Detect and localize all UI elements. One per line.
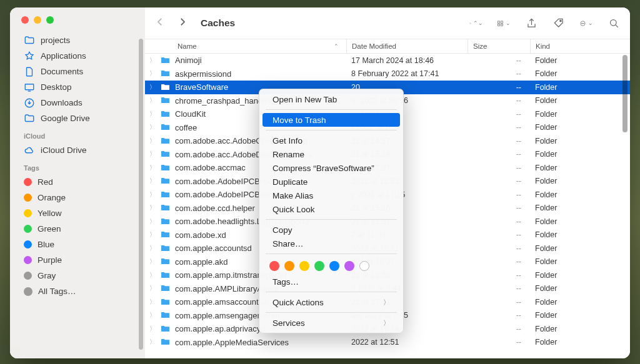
close-button[interactable] — [21, 16, 29, 24]
tag-orange-button[interactable] — [284, 261, 294, 271]
sidebar-tag-orange[interactable]: Orange — [10, 190, 145, 205]
sidebar-tag-gray[interactable]: Gray — [10, 268, 145, 283]
group-by-button[interactable]: ⌄ — [497, 17, 511, 29]
disclosure-triangle-icon[interactable]: 〉 — [145, 150, 160, 159]
disclosure-triangle-icon[interactable]: 〉 — [145, 123, 160, 132]
ctx-compress[interactable]: Compress “BraveSoftware” — [262, 161, 400, 175]
share-button[interactable] — [524, 17, 538, 29]
tag-green-button[interactable] — [314, 261, 324, 271]
app-icon — [24, 51, 35, 62]
list-scrollbar[interactable] — [622, 55, 628, 132]
disclosure-triangle-icon[interactable]: 〉 — [145, 204, 160, 212]
file-row[interactable]: 〉askpermissiond8 February 2022 at 17:41-… — [145, 67, 630, 81]
sidebar-item-applications[interactable]: Applications — [10, 48, 145, 64]
ctx-services[interactable]: Services〉 — [262, 316, 400, 330]
ctx-share[interactable]: Share… — [262, 237, 400, 250]
fullscreen-button[interactable] — [46, 16, 54, 24]
search-button[interactable] — [607, 17, 621, 29]
disclosure-triangle-icon[interactable]: 〉 — [145, 190, 160, 199]
disclosure-triangle-icon[interactable]: 〉 — [145, 325, 160, 333]
folder-icon — [160, 190, 171, 199]
ctx-copy[interactable]: Copy — [262, 223, 400, 237]
disclosure-triangle-icon[interactable]: 〉 — [145, 284, 160, 293]
disclosure-triangle-icon[interactable]: 〉 — [145, 69, 160, 78]
more-button[interactable]: ⌄ — [579, 17, 593, 29]
disclosure-triangle-icon[interactable]: 〉 — [145, 298, 160, 307]
disclosure-triangle-icon[interactable]: 〉 — [145, 56, 160, 65]
separator — [266, 219, 397, 220]
row-name-text: com.adobe.ccd.helper — [175, 204, 255, 213]
disclosure-triangle-icon[interactable]: 〉 — [145, 177, 160, 185]
sidebar-tag-blue[interactable]: Blue — [10, 237, 145, 252]
ctx-tag-color-row — [259, 257, 403, 275]
disclosure-triangle-icon[interactable]: 〉 — [145, 217, 160, 226]
tag-dot-icon — [24, 272, 32, 280]
ctx-quick-look[interactable]: Quick Look — [262, 202, 400, 216]
sidebar-item-documents[interactable]: Documents — [10, 64, 145, 79]
ctx-open-new-tab[interactable]: Open in New Tab — [262, 92, 400, 106]
cloud-icon — [24, 145, 35, 156]
disclosure-triangle-icon[interactable]: 〉 — [145, 96, 160, 105]
sidebar-item-google-drive[interactable]: Google Drive — [10, 111, 145, 126]
separator — [266, 253, 397, 254]
sidebar-item-desktop[interactable]: Desktop — [10, 79, 145, 95]
sidebar-tag-yellow[interactable]: Yellow — [10, 205, 145, 221]
disclosure-triangle-icon[interactable]: 〉 — [145, 164, 160, 172]
sidebar-item-icloud-drive[interactable]: iCloud Drive — [10, 142, 145, 158]
sidebar-tag-red[interactable]: Red — [10, 174, 145, 190]
minimize-button[interactable] — [34, 16, 41, 24]
sidebar-tag-green[interactable]: Green — [10, 221, 145, 237]
row-size-cell: -- — [468, 244, 530, 253]
tag-none-button[interactable] — [359, 261, 369, 271]
row-size-cell: -- — [468, 284, 530, 293]
folder-icon — [160, 284, 171, 293]
sidebar-item-projects[interactable]: projects — [10, 32, 145, 48]
column-name[interactable]: Name⌃ — [145, 42, 346, 50]
disclosure-triangle-icon[interactable]: 〉 — [145, 137, 160, 145]
disclosure-triangle-icon[interactable]: 〉 — [145, 271, 160, 280]
tag-blue-button[interactable] — [329, 261, 339, 271]
ctx-duplicate[interactable]: Duplicate — [262, 175, 400, 189]
sidebar-item-label: Gray — [38, 271, 56, 280]
back-button[interactable] — [154, 16, 166, 30]
row-kind-cell: Folder — [530, 164, 630, 172]
ctx-tags[interactable]: Tags… — [262, 275, 400, 288]
ctx-make-alias[interactable]: Make Alias — [262, 189, 400, 202]
folder-icon — [160, 110, 171, 119]
tags-button[interactable] — [552, 17, 566, 29]
tag-purple-button[interactable] — [344, 261, 354, 271]
disclosure-triangle-icon[interactable]: 〉 — [145, 110, 160, 119]
column-size[interactable]: Size — [468, 39, 530, 53]
all-tags-icon — [24, 287, 32, 296]
disclosure-triangle-icon[interactable]: 〉 — [145, 244, 160, 253]
tag-yellow-button[interactable] — [299, 261, 309, 271]
disclosure-triangle-icon[interactable]: 〉 — [145, 257, 160, 266]
column-date[interactable]: Date Modified — [346, 39, 468, 53]
sidebar-tag-purple[interactable]: Purple — [10, 252, 145, 268]
ctx-rename[interactable]: Rename — [262, 147, 400, 161]
file-row[interactable]: 〉Animoji17 March 2024 at 18:46--Folder — [145, 54, 630, 67]
disclosure-triangle-icon[interactable]: 〉 — [145, 230, 160, 239]
disclosure-triangle-icon[interactable]: 〉 — [145, 83, 160, 92]
sidebar-item-label: Applications — [41, 51, 86, 61]
column-kind[interactable]: Kind — [530, 39, 630, 53]
row-size-cell: -- — [468, 150, 530, 159]
ctx-quick-actions[interactable]: Quick Actions〉 — [262, 295, 400, 309]
row-size-cell: -- — [468, 69, 530, 78]
separator — [266, 109, 397, 110]
view-mode-button[interactable]: ⌃⌄ — [469, 17, 483, 29]
toolbar: Caches ⌃⌄ ⌄ ⌄ — [145, 7, 630, 39]
ctx-get-info[interactable]: Get Info — [262, 134, 400, 147]
ctx-move-to-trash[interactable]: Move to Trash — [262, 113, 400, 127]
tag-red-button[interactable] — [269, 261, 279, 271]
disclosure-triangle-icon[interactable]: 〉 — [145, 311, 160, 320]
forward-button[interactable] — [177, 16, 188, 30]
row-date-cell: 17 March 2024 at 18:46 — [346, 56, 468, 65]
disclosure-triangle-icon[interactable]: 〉 — [145, 338, 160, 347]
sidebar-item-label: Green — [38, 224, 61, 234]
sidebar-item-downloads[interactable]: Downloads — [10, 95, 145, 111]
sidebar-all-tags[interactable]: All Tags… — [10, 283, 145, 299]
file-row[interactable]: 〉com.apple.AppleMediaServices 2022 at 12… — [145, 336, 630, 350]
row-name-text: chrome_crashpad_handler — [175, 96, 272, 106]
sidebar-scrollbar[interactable] — [139, 39, 143, 350]
